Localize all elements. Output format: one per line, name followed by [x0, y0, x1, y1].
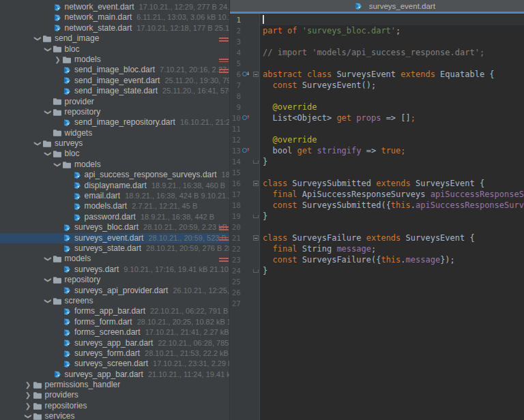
tree-row[interactable]: password.dart18.9.21., 16:38, 442 B — [0, 212, 229, 222]
tree-row[interactable]: send_image_bloc.dart7.10.21, 20:16, 2.27… — [0, 65, 229, 75]
code-line[interactable]: class SurveysFailure extends SurveysEven… — [260, 232, 524, 243]
code-line[interactable]: } — [260, 211, 524, 222]
is-implemented-icon[interactable]: ↓ — [242, 71, 250, 78]
code-line[interactable] — [260, 14, 524, 25]
code-line[interactable] — [260, 287, 524, 298]
fold-marker[interactable] — [253, 235, 259, 241]
tree-row[interactable]: send_image_repository.dart16.10.21., 21:… — [0, 117, 229, 127]
tree-row[interactable]: ❯repositories — [0, 401, 229, 411]
tree-row[interactable]: surveys_app_bar.dart21.10.21., 11:24, 19… — [0, 370, 229, 380]
chevron-down-icon[interactable]: ❯ — [33, 34, 43, 43]
tree-row[interactable]: ❯services — [0, 411, 229, 420]
tree-row[interactable]: ❯repository — [0, 107, 229, 117]
chevron-down-icon[interactable]: ❯ — [42, 275, 53, 284]
chevron-down-icon[interactable]: ❯ — [42, 150, 53, 159]
chevron-down-icon[interactable]: ❯ — [42, 297, 53, 305]
code-token: SurveysEvent { — [416, 179, 484, 188]
tree-row[interactable]: forms_screen.dart17.10.21., 21:41, 2.27 … — [0, 327, 229, 338]
code-line[interactable]: final String message; — [260, 243, 524, 254]
tree-row[interactable]: ❯models — [0, 254, 229, 264]
tree-row[interactable]: forms_form.dart28.10.21., 20:25, 10.82 k… — [0, 317, 229, 327]
chevron-down-icon[interactable]: ❯ — [42, 255, 53, 264]
code-area[interactable]: part of 'surveys_bloc.dart';// import 'm… — [260, 14, 524, 420]
fold-marker[interactable] — [253, 269, 259, 273]
tree-row[interactable]: forms_app_bar.dart22.10.21., 06:22, 791 … — [0, 306, 229, 316]
tree-row[interactable]: ❯models — [0, 160, 229, 170]
tree-row[interactable]: provider — [0, 97, 229, 107]
chevron-right-icon[interactable]: ❯ — [24, 380, 33, 390]
chevron-right-icon[interactable]: ❯ — [53, 55, 62, 65]
dart-file-icon — [62, 119, 72, 127]
code-line[interactable]: bool get stringify => true; — [260, 145, 524, 156]
code-line[interactable]: const SurveysSubmitted({this.apiSuccessR… — [260, 200, 524, 211]
fold-marker[interactable] — [253, 181, 259, 186]
code-line[interactable]: // import 'models/api_success_response.d… — [260, 47, 524, 58]
tree-row[interactable]: network_event.dart17.10.21., 12:29, 277 … — [0, 2, 229, 12]
code-line[interactable] — [260, 276, 524, 287]
code-line[interactable] — [260, 58, 524, 69]
code-line[interactable]: final ApiSuccessResponseSurveys apiSucce… — [260, 189, 524, 200]
code-token: ; — [411, 113, 416, 123]
tree-row[interactable]: ❯bloc — [0, 44, 229, 55]
fold-marker[interactable] — [253, 160, 259, 164]
tree-row[interactable]: email.dart18.9.21., 16:38, 424 B 9.10.21… — [0, 191, 229, 201]
tree-row[interactable]: surveys_bloc.dart28.10.21., 20:59, 2.23 … — [0, 222, 229, 232]
tree-row[interactable]: displayname.dart18.9.21., 16:38, 460 B — [0, 181, 229, 191]
chevron-right-icon[interactable]: ❯ — [24, 401, 33, 411]
code-line[interactable] — [260, 36, 524, 47]
tree-row[interactable]: surveys_form.dart28.10.21., 21:53, 22.2 … — [0, 348, 229, 359]
overrides-method-icon[interactable]: ↑ — [242, 115, 250, 121]
code-editor[interactable]: 123456↓78910↑111213↑14151617181920212223… — [230, 14, 524, 420]
code-line[interactable]: List<Object> get props => []; — [260, 112, 524, 123]
code-line[interactable] — [260, 167, 524, 178]
code-line[interactable] — [260, 222, 524, 232]
code-line[interactable] — [260, 91, 524, 102]
tree-row[interactable]: widgets — [0, 128, 229, 138]
fold-marker[interactable] — [253, 215, 259, 218]
chevron-right-icon[interactable]: ❯ — [24, 390, 33, 400]
gutter-row: 7 — [230, 80, 259, 91]
tree-row[interactable]: surveys_event.dart28.10.21., 20:59, 523 … — [0, 233, 229, 243]
chevron-down-icon[interactable]: ❯ — [53, 160, 63, 169]
file-meta-text: 16.10.21., 21:21, 4.03 kB — [180, 117, 229, 127]
code-line[interactable]: class SurveysSubmitted extends SurveysEv… — [260, 178, 524, 189]
code-line[interactable]: @override — [260, 102, 524, 112]
tree-row[interactable]: ❯permissions_handler — [0, 380, 229, 390]
tree-row[interactable]: ❯send_image — [0, 33, 229, 44]
code-line[interactable]: part of 'surveys_bloc.dart'; — [260, 25, 524, 36]
tree-row[interactable]: ❯models — [0, 55, 229, 65]
chevron-down-icon[interactable]: ❯ — [42, 108, 53, 117]
tree-row[interactable]: send_image_event.dart25.11.20., 19:30, 7… — [0, 76, 229, 86]
chevron-down-icon[interactable]: ❯ — [33, 139, 43, 148]
tree-row[interactable]: send_image_state.dart25.11.20., 16:41, 5… — [0, 86, 229, 96]
chevron-down-icon[interactable]: ❯ — [42, 45, 53, 54]
tree-row[interactable]: network_state.dart17.10.21, 12:18, 177 B… — [0, 23, 229, 33]
code-line[interactable] — [260, 298, 524, 309]
tree-row[interactable]: models.dart2.7.21., 12:21, 45 B — [0, 201, 229, 211]
tree-row[interactable]: surveys_screen.dart17.10.21., 23:31, 2.2… — [0, 359, 229, 369]
tree-row[interactable]: network_main.dart6.11.21., 13:03, 3.06 k… — [0, 12, 229, 22]
tree-row[interactable]: ❯repository — [0, 275, 229, 285]
tree-row[interactable]: ❯screens — [0, 296, 229, 306]
tree-row[interactable]: ❯providers — [0, 390, 229, 400]
tree-row[interactable]: surveys_state.dart28.10.21, 20:59, 276 B… — [0, 243, 229, 254]
tree-row[interactable]: ❯bloc — [0, 149, 229, 159]
overrides-method-icon[interactable]: ↑ — [242, 147, 250, 154]
code-line[interactable]: @override — [260, 134, 524, 145]
tree-row[interactable]: api_success_response_surveys.dart18.10.2… — [0, 170, 229, 180]
chevron-down-icon[interactable]: ❯ — [23, 412, 33, 420]
tree-row[interactable]: surveys_app_bar.dart22.10.21., 06:28, 78… — [0, 338, 229, 348]
code-line[interactable]: const SurveysEvent(); — [260, 80, 524, 91]
code-line[interactable]: abstract class SurveysEvent extends Equa… — [260, 69, 524, 80]
fold-marker[interactable] — [253, 72, 259, 77]
line-number: 10 — [230, 114, 241, 123]
code-line[interactable]: } — [260, 265, 524, 276]
tree-row[interactable]: ❯surveys — [0, 138, 229, 149]
tree-row[interactable]: surveys.dart9.10.21., 17:16, 19.41 kB 21… — [0, 265, 229, 275]
tree-row[interactable]: surveys_api_provider.dart26.10.21., 12:2… — [0, 286, 229, 296]
code-line[interactable]: } — [260, 156, 524, 167]
code-line[interactable] — [260, 123, 524, 134]
file-meta-text: 28.10.21., 20:25, 10.82 kB 16.11.21., 21… — [137, 317, 229, 327]
editor-tab[interactable]: surveys_event.dart — [353, 2, 435, 10]
code-line[interactable]: const SurveysFailure({this.message}); — [260, 254, 524, 265]
